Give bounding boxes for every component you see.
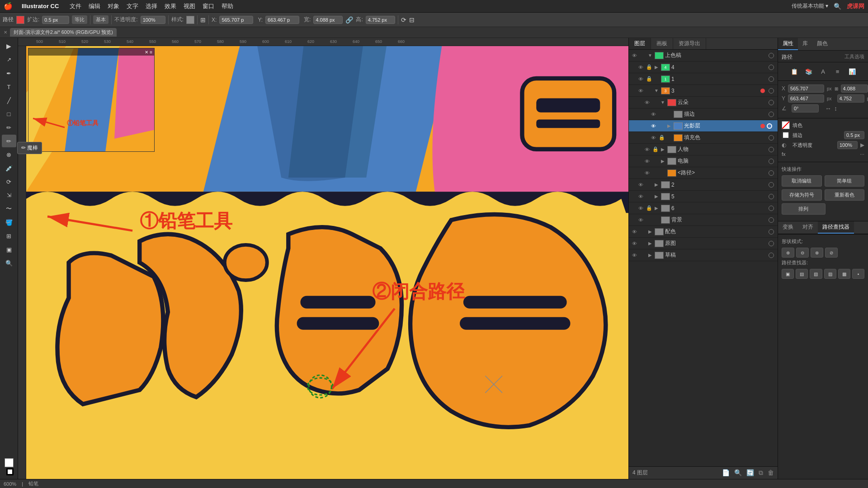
ungroup-btn[interactable]: 取消编组 <box>782 175 822 187</box>
layer-target[interactable] <box>769 65 774 70</box>
vis-icon[interactable]: 👁 <box>630 253 639 258</box>
layer-target[interactable] <box>769 229 774 235</box>
layer-target[interactable] <box>769 53 774 58</box>
style-btn[interactable]: 基本 <box>93 15 108 24</box>
layer-target[interactable] <box>769 253 774 258</box>
vis-icon[interactable]: 👁 <box>642 147 651 152</box>
reflect-h-btn[interactable]: ↔ <box>825 105 831 112</box>
library-icon[interactable]: 📚 <box>802 66 815 77</box>
vis-icon[interactable]: 👁 <box>649 135 658 141</box>
menu-effect[interactable]: 效果 <box>165 2 176 10</box>
tab-color[interactable]: 颜色 <box>812 38 832 50</box>
layer-target[interactable] <box>769 100 774 105</box>
lock-icon[interactable]: 🔒 <box>658 135 666 141</box>
layer-target[interactable] <box>769 206 774 211</box>
tool-freecol[interactable]: 🪣 <box>2 216 16 229</box>
tab-library[interactable]: 库 <box>798 38 812 50</box>
link-icon[interactable]: 🔗 <box>345 16 353 23</box>
transform-icon[interactable]: ⟳ <box>401 16 406 23</box>
tool-type[interactable]: T <box>2 80 16 93</box>
minus-back-btn[interactable]: ▪ <box>852 269 864 279</box>
tool-paintbrush[interactable]: ✏ <box>2 121 16 134</box>
vis-icon[interactable]: 👁 <box>642 159 651 164</box>
expand-icon[interactable]: ▼ <box>660 100 666 105</box>
layer-5[interactable]: 👁 ▶ 5 <box>629 191 778 202</box>
graph-icon[interactable]: 📊 <box>846 66 859 77</box>
menu-text[interactable]: 文字 <box>127 2 138 10</box>
para-icon[interactable]: ≡ <box>831 66 844 77</box>
search-layer-btn[interactable]: 🔍 <box>734 469 742 477</box>
expand-icon[interactable]: ▶ <box>660 147 666 152</box>
tab-align[interactable]: 对齐 <box>798 221 818 234</box>
layer-target[interactable] <box>769 147 774 152</box>
w-value[interactable] <box>841 84 868 93</box>
vis-icon[interactable]: 👁 <box>642 100 651 105</box>
layer-target[interactable] <box>769 194 774 199</box>
save-symbol-btn[interactable]: 存储为符号 <box>782 189 822 201</box>
layer-guangYing[interactable]: 👁 ▶ 光影层 <box>629 120 778 132</box>
layer-3[interactable]: 👁 ▼ 3 3 <box>629 85 778 97</box>
tab-artboard[interactable]: 画板 <box>651 38 673 49</box>
menu-help[interactable]: 帮助 <box>222 2 233 10</box>
menu-view[interactable]: 视图 <box>184 2 195 10</box>
layer-target[interactable] <box>769 170 774 176</box>
stroke-width-input[interactable] <box>844 131 864 139</box>
tool-pen[interactable]: ✒ <box>2 67 16 80</box>
vis-icon[interactable]: 👁 <box>636 182 645 188</box>
search-icon[interactable]: 🔍 <box>834 3 841 10</box>
expand-input[interactable] <box>42 16 69 24</box>
tab-transform[interactable]: 变换 <box>778 221 798 234</box>
crop-btn[interactable]: ▨ <box>824 269 836 279</box>
tool-scale[interactable]: ⇲ <box>2 189 16 202</box>
tab-assets[interactable]: 资源导出 <box>673 38 706 49</box>
apple-menu[interactable]: 🍎 <box>4 2 13 10</box>
recolor-btn[interactable]: 重新着色 <box>825 189 865 201</box>
layer-caoGao[interactable]: 👁 ▶ 草稿 <box>629 249 778 261</box>
tool-rotate[interactable]: ⟳ <box>2 175 16 188</box>
layer-target[interactable] <box>769 135 774 141</box>
layer-shangseGao[interactable]: 👁 ▼ 上色稿 <box>629 50 778 61</box>
exclude-btn[interactable]: ⊘ <box>825 248 838 258</box>
tool-direct-select[interactable]: ↗ <box>2 53 16 66</box>
opacity-value-input[interactable] <box>837 141 858 149</box>
opacity-chevron[interactable]: ▶ <box>860 142 864 148</box>
layer-target[interactable] <box>769 182 774 188</box>
layer-target[interactable] <box>769 159 774 164</box>
layer-target[interactable] <box>769 76 774 82</box>
layer-target[interactable] <box>769 241 774 246</box>
vis-icon[interactable]: 👁 <box>630 53 639 58</box>
layer-target[interactable] <box>769 88 774 94</box>
intersect-btn[interactable]: ⊗ <box>811 248 823 258</box>
expand-icon[interactable]: ▶ <box>653 194 660 199</box>
layer-2[interactable]: 👁 ▶ 2 <box>629 179 778 191</box>
menu-file[interactable]: 文件 <box>70 2 81 10</box>
layer-dianNao[interactable]: 👁 ▶ 电脑 <box>629 155 778 167</box>
merge-btn[interactable]: 🔄 <box>746 469 754 477</box>
x-input[interactable] <box>219 16 253 24</box>
layer-target[interactable] <box>769 112 774 117</box>
canvas-area[interactable]: 500 510 520 530 540 550 560 570 580 590 … <box>18 38 628 479</box>
reflect-v-btn[interactable]: ↕ <box>834 105 837 112</box>
minus-front-btn[interactable]: ⊖ <box>796 248 809 258</box>
lock-icon[interactable]: 🔒 <box>651 146 660 152</box>
tab-layers[interactable]: 图层 <box>629 38 651 49</box>
tab-properties[interactable]: 属性 <box>778 38 798 50</box>
tool-mesh[interactable]: ⊞ <box>2 230 16 242</box>
vis-icon[interactable]: 👁 <box>636 217 645 223</box>
simple-group-btn[interactable]: 简单组 <box>825 175 865 187</box>
active-tab[interactable]: 封面-演示源文件2.ai* 600% (RGB/GPU 预览) <box>10 28 117 37</box>
outline-btn[interactable]: ▩ <box>838 269 850 279</box>
divide-btn[interactable]: ▣ <box>782 269 794 279</box>
x-value[interactable] <box>788 84 824 93</box>
trim-btn[interactable]: ▤ <box>796 269 808 279</box>
tool-line[interactable]: ╱ <box>2 94 16 107</box>
lock-icon[interactable]: 🔒 <box>645 76 653 82</box>
h-value[interactable] <box>837 94 864 103</box>
lock-icon[interactable]: 🔒 <box>645 64 653 70</box>
char-icon[interactable]: A <box>817 66 830 77</box>
layer-4[interactable]: 👁 🔒 ▶ 4 4 <box>629 61 778 73</box>
unite-btn[interactable]: ⊕ <box>782 248 794 258</box>
layer-tianChong[interactable]: 👁 🔒 填充色 <box>629 132 778 144</box>
expand-icon[interactable]: ▼ <box>653 88 660 93</box>
canvas-main[interactable]: ①铅笔工具 ②闭合路径 ①铅笔工具 <box>18 46 628 479</box>
